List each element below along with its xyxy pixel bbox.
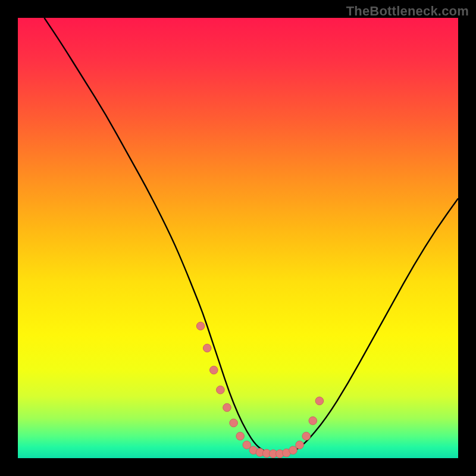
marker-dot: [196, 322, 205, 330]
marker-dot: [203, 344, 211, 352]
chart-stage: TheBottleneck.com: [0, 0, 476, 476]
marker-dot: [315, 397, 324, 405]
marker-dot: [296, 441, 304, 449]
marker-dot: [210, 366, 218, 374]
gradient-background: [18, 18, 458, 458]
marker-dot: [289, 446, 298, 455]
plot-svg: [18, 18, 458, 458]
marker-dot: [217, 386, 225, 394]
marker-dot: [243, 441, 251, 449]
marker-dot: [302, 432, 311, 440]
marker-dot: [230, 419, 238, 427]
watermark-text: TheBottleneck.com: [346, 4, 469, 19]
marker-dot: [309, 416, 317, 425]
marker-dot: [223, 403, 231, 412]
plot-area: [18, 18, 458, 458]
marker-dot: [236, 432, 245, 440]
